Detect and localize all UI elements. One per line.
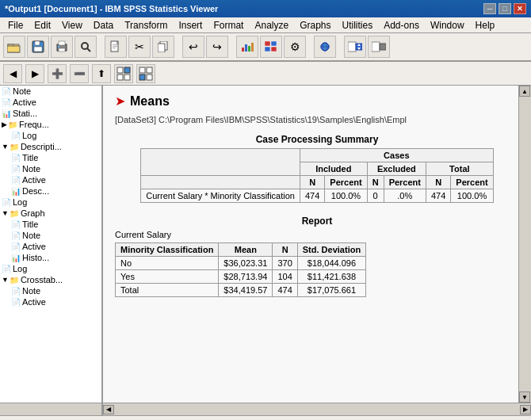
desc-icon: 📊 <box>11 187 21 196</box>
outline-label: Active <box>22 242 46 251</box>
menu-graphs[interactable]: Graphs <box>295 18 335 32</box>
menu-utilities[interactable]: Utilities <box>338 18 378 32</box>
outline-item-frequ[interactable]: ▶ 📁 Frequ... <box>0 119 101 130</box>
menu-help[interactable]: Help <box>471 18 500 32</box>
scroll-up-button[interactable]: ▲ <box>519 86 530 97</box>
maximize-button[interactable]: □ <box>499 3 511 14</box>
copy-button[interactable] <box>152 36 174 58</box>
log2-icon: 📄 <box>2 198 11 207</box>
menu-insert[interactable]: Insert <box>174 18 207 32</box>
menu-view[interactable]: View <box>57 18 87 32</box>
vertical-scrollbar[interactable]: ▲ ▼ <box>518 86 531 403</box>
forward-button[interactable]: ▶ <box>25 64 44 83</box>
menu-file[interactable]: File <box>3 18 28 32</box>
minimize-button[interactable]: ─ <box>483 3 496 14</box>
outline-item-log2[interactable]: 📄 Log <box>0 197 101 208</box>
report-mean-total: $34,419.57 <box>219 284 273 297</box>
svg-rect-8 <box>59 48 65 52</box>
svg-rect-42 <box>139 74 145 80</box>
col-subheader-tot-pct: Percent <box>451 176 493 189</box>
section-arrow-icon: ➤ <box>115 94 125 109</box>
outline-item-note3[interactable]: 📄 Note <box>0 230 101 241</box>
h-scroll-right[interactable]: ◀ ▶ <box>103 403 531 415</box>
outline-item-log1[interactable]: 📄 Log <box>0 130 101 141</box>
case-exc-pct: .0% <box>384 189 426 203</box>
outline-item-title1[interactable]: 📄 Title <box>0 152 101 163</box>
undo-button[interactable]: ↩ <box>182 36 204 58</box>
menu-transform[interactable]: Transform <box>120 18 172 32</box>
outline-item-crosstab[interactable]: ▼ 📁 Crosstab... <box>0 274 101 285</box>
outline-item-note1[interactable]: 📄 Note <box>0 86 101 97</box>
viewer-scroll[interactable]: ➤ Means [DataSet3] C:\Program Files\IBM\… <box>103 86 531 403</box>
outline-item-stati[interactable]: 📊 Stati... <box>0 108 101 119</box>
settings-button[interactable]: ⚙ <box>284 36 306 58</box>
menu-format[interactable]: Format <box>208 18 248 32</box>
svg-rect-9 <box>58 46 59 48</box>
menu-edit[interactable]: Edit <box>29 18 55 32</box>
outline-item-active3[interactable]: 📄 Active <box>0 241 101 252</box>
scroll-right-button[interactable]: ▶ <box>520 405 531 414</box>
back-button[interactable]: ◀ <box>3 64 22 83</box>
outline-label: Note <box>22 164 40 174</box>
redo-button[interactable]: ↪ <box>206 36 228 58</box>
outline-label: Histo... <box>22 253 49 262</box>
collapse-icon: ▼ <box>2 143 9 151</box>
up-button[interactable]: ⬆ <box>92 64 111 83</box>
new-document-button[interactable] <box>105 36 127 58</box>
h-scroll-left <box>0 403 103 415</box>
outline-item-title2[interactable]: 📄 Title <box>0 219 101 230</box>
outline-label: Title <box>22 220 38 229</box>
network-button[interactable] <box>314 36 336 58</box>
crosstab-icon: 📁 <box>10 276 19 284</box>
close-button[interactable]: ✕ <box>514 3 526 14</box>
find-button[interactable] <box>74 36 97 58</box>
outline-item-descripti[interactable]: ▼ 📁 Descripti... <box>0 141 101 152</box>
col-header-excluded: Excluded <box>367 162 426 176</box>
case-processing-title: Case Processing Summary <box>115 134 519 145</box>
collapse-button[interactable]: ➖ <box>70 64 89 83</box>
outline-item-note2[interactable]: 📄 Note <box>0 163 101 174</box>
svg-rect-15 <box>113 48 116 48</box>
menu-analyze[interactable]: Analyze <box>250 18 293 32</box>
outline-label: Crosstab... <box>21 275 63 284</box>
menu-data[interactable]: Data <box>89 18 118 32</box>
chart-button[interactable] <box>236 36 258 58</box>
menu-window[interactable]: Window <box>426 18 469 32</box>
expand-button[interactable]: ➕ <box>48 64 67 83</box>
outline-item-histo[interactable]: 📊 Histo... <box>0 252 101 263</box>
case-exc-n: 0 <box>367 189 384 203</box>
export-button[interactable] <box>344 36 366 58</box>
note4-icon: 📄 <box>11 287 21 296</box>
h-scroll-area: ◀ ▶ <box>0 403 531 415</box>
outline-item-note4[interactable]: 📄 Note <box>0 285 101 296</box>
active-icon: 📄 <box>2 98 11 107</box>
print-button[interactable] <box>51 36 73 58</box>
outline-item-graph[interactable]: ▼ 📁 Graph <box>0 208 101 219</box>
outline-item-active4[interactable]: 📄 Active <box>0 296 101 307</box>
open-button[interactable] <box>3 36 25 58</box>
pivot-button[interactable] <box>260 36 282 58</box>
col-header-included: Included <box>300 162 367 176</box>
svg-rect-24 <box>265 47 270 52</box>
outline-label: Title <box>22 153 38 162</box>
outline-label: Active <box>22 297 46 307</box>
show-all-button[interactable] <box>114 64 133 83</box>
menu-addons[interactable]: Add-ons <box>379 18 424 32</box>
save-button[interactable] <box>27 36 49 58</box>
crosstab-expand-icon: ▼ <box>2 276 9 284</box>
outline-label: Graph <box>21 208 45 218</box>
cut-button[interactable]: ✂ <box>128 36 151 58</box>
run-button[interactable] <box>368 36 390 58</box>
outline-item-active2[interactable]: 📄 Active <box>0 174 101 185</box>
svg-rect-17 <box>158 44 165 52</box>
outline-item-active1[interactable]: 📄 Active <box>0 97 101 108</box>
report-std-total: $17,075.661 <box>297 284 365 297</box>
scroll-down-button[interactable]: ▼ <box>519 391 530 403</box>
outline-item-desc[interactable]: 📊 Desc... <box>0 185 101 197</box>
outline-item-log3[interactable]: 📄 Log <box>0 263 101 274</box>
report-col-minority: Minority Classification <box>116 243 219 257</box>
scroll-left-button[interactable]: ◀ <box>103 405 114 414</box>
case-processing-row: Current Salary * Minority Classification… <box>141 189 493 203</box>
grid-button[interactable] <box>136 64 155 83</box>
report-n-yes: 104 <box>273 270 297 284</box>
